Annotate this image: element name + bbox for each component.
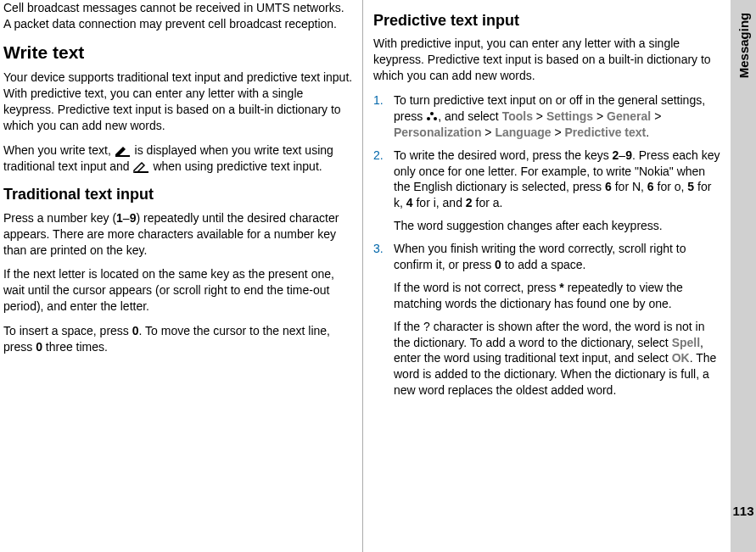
sidebar-tab: Messaging 113 — [731, 0, 756, 552]
menu-spell: Spell — [672, 336, 700, 349]
heading-traditional: Traditional text input — [3, 184, 354, 204]
step-1: To turn predictive text input on or off … — [373, 92, 724, 141]
menu-tools: Tools — [502, 109, 533, 123]
menu-ok: OK — [672, 351, 690, 365]
left-column: Cell broadcast messages cannot be receiv… — [0, 0, 363, 552]
svg-point-3 — [427, 117, 430, 120]
heading-predictive: Predictive text input — [373, 10, 724, 31]
traditional-p3: To insert a space, press 0. To move the … — [3, 323, 354, 355]
intro-text: Cell broadcast messages cannot be receiv… — [3, 0, 354, 32]
step-3: When you finish writing the word correct… — [373, 241, 724, 399]
step-3-p2: If the word is not correct, press * repe… — [394, 280, 724, 312]
step-2: To write the desired word, press the key… — [373, 148, 724, 234]
write-text-p2: When you write text, is displayed when y… — [3, 142, 354, 175]
predictive-p1: With predictive input, you can enter any… — [373, 36, 724, 84]
pencil-predictive-icon — [133, 161, 150, 173]
menu-predictive: Predictive text — [565, 125, 647, 139]
step-3-p3: If the ? character is shown after the wo… — [394, 319, 724, 399]
page-number: 113 — [732, 504, 753, 518]
svg-point-4 — [434, 117, 437, 120]
pencil-traditional-icon — [115, 145, 132, 157]
menu-personalization: Personalization — [394, 125, 481, 139]
right-column: Predictive text input With predictive in… — [363, 0, 731, 552]
heading-write-text: Write text — [3, 41, 354, 64]
write-text-p1: Your device supports traditional text in… — [3, 70, 354, 134]
traditional-p2: If the next letter is located on the sam… — [3, 266, 354, 315]
menu-general: General — [607, 109, 651, 123]
traditional-p1: Press a number key (1–9) repeatedly unti… — [3, 210, 354, 259]
step-2-p2: The word suggestion changes after each k… — [394, 218, 724, 234]
menu-settings: Settings — [546, 109, 593, 123]
page-container: Cell broadcast messages cannot be receiv… — [0, 0, 756, 552]
apps-key-icon — [426, 111, 438, 123]
predictive-steps: To turn predictive text input on or off … — [373, 92, 724, 399]
sidebar-label: Messaging — [736, 13, 751, 79]
svg-point-2 — [430, 112, 434, 115]
menu-language: Language — [495, 125, 551, 139]
